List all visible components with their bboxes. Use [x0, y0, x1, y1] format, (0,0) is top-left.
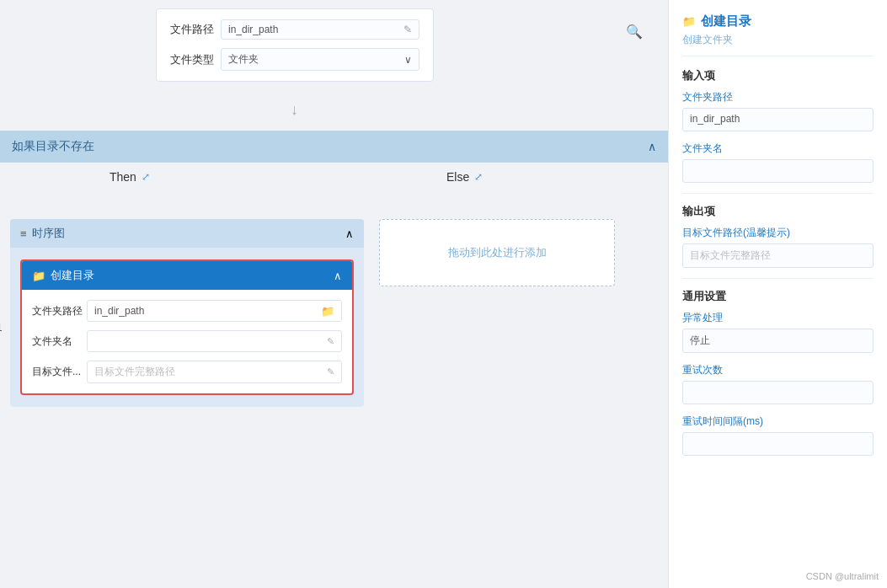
filepath-label: 文件路径 [170, 22, 221, 37]
dir-target-row: 目标文件... 目标文件完整路径 ✎ [32, 361, 342, 383]
retry-count-label: 重试次数 [682, 363, 874, 377]
panel-divider-1 [682, 193, 874, 194]
flow-arrow: ↓ [291, 101, 298, 119]
search-button[interactable]: 🔍 [626, 24, 643, 40]
filetype-value: 文件夹 [228, 52, 259, 67]
create-dir-card: 📁 创建目录 ∧ 文件夹路径 in_dir_path 📁 [20, 259, 354, 395]
exception-value[interactable]: 停止 [682, 329, 874, 353]
filetype-row: 文件类型 文件夹 ∨ [170, 48, 419, 71]
dir-target-label: 目标文件... [32, 365, 87, 379]
else-dropzone[interactable]: 拖动到此处进行添加 [379, 219, 615, 286]
input-field-folder-name: 文件夹名 [682, 142, 874, 183]
dir-target-edit-icon: ✎ [327, 366, 334, 377]
general-section-title: 通用设置 [682, 289, 874, 304]
filepath-edit-icon: ✎ [403, 24, 412, 35]
dir-foldername-label: 文件夹名 [32, 334, 87, 349]
general-field-exception: 异常处理 停止 [682, 311, 874, 353]
output-section-title: 输出项 [682, 204, 874, 219]
right-panel: 📁 创建目录 创建文件夹 输入项 文件夹路径 in_dir_path 文件夹名 … [668, 0, 887, 588]
then-text: Then [110, 170, 136, 184]
input-section: 输入项 文件夹路径 in_dir_path 文件夹名 [682, 68, 874, 183]
create-dir-folder-icon: 📁 [32, 270, 45, 282]
condition-label: 如果目录不存在 [12, 139, 94, 154]
else-expand-icon[interactable]: ⤢ [474, 171, 483, 183]
output-field-target: 目标文件路径(温馨提示) 目标文件完整路径 [682, 226, 874, 268]
input-folder-name-value[interactable] [682, 159, 874, 183]
filetype-select[interactable]: 文件夹 ∨ [221, 48, 419, 71]
input-section-title: 输入项 [682, 68, 874, 83]
general-section: 通用设置 异常处理 停止 重试次数 重试时间间隔(ms) [682, 289, 874, 456]
sequence-header: ≡ 时序图 ∧ [10, 219, 364, 248]
sequence-number: 1 [0, 322, 3, 334]
condition-bar: 如果目录不存在 ∧ [0, 131, 668, 163]
filepath-input[interactable]: in_dir_path ✎ [221, 19, 419, 40]
seq-icon: ≡ [20, 227, 27, 240]
input-field-folder-path: 文件夹路径 in_dir_path [682, 90, 874, 131]
panel-title-row: 📁 创建目录 [682, 13, 874, 29]
dir-foldername-edit-icon: ✎ [327, 336, 334, 347]
sequence-title: 时序图 [32, 226, 65, 241]
dir-filepath-row: 文件夹路径 in_dir_path 📁 [32, 300, 342, 322]
then-branch: Then ⤢ [110, 170, 150, 184]
dir-foldername-input[interactable]: ✎ [87, 330, 342, 352]
create-dir-collapse-icon[interactable]: ∧ [334, 270, 342, 282]
output-target-label: 目标文件路径(温馨提示) [682, 226, 874, 240]
panel-title: 创建目录 [701, 13, 751, 29]
collapse-icon[interactable]: ∧ [648, 140, 656, 153]
exception-label: 异常处理 [682, 311, 874, 325]
chevron-down-icon: ∨ [404, 54, 412, 66]
panel-divider-2 [682, 278, 874, 279]
output-section: 输出项 目标文件路径(温馨提示) 目标文件完整路径 [682, 204, 874, 268]
main-canvas: 文件路径 in_dir_path ✎ 文件类型 文件夹 ∨ 🔍 ↓ 如果目录不存… [0, 0, 668, 588]
top-node-card: 文件路径 in_dir_path ✎ 文件类型 文件夹 ∨ [156, 8, 434, 82]
sequence-block: ≡ 时序图 ∧ 1 📁 创建目录 ∧ 文件夹路 [10, 219, 364, 407]
filepath-value: in_dir_path [228, 24, 278, 35]
create-dir-header: 📁 创建目录 ∧ [22, 261, 352, 290]
sequence-title-area: ≡ 时序图 [20, 226, 65, 241]
panel-subtitle: 创建文件夹 [682, 33, 874, 56]
input-folder-path-value[interactable]: in_dir_path [682, 108, 874, 131]
dir-filepath-label: 文件夹路径 [32, 304, 87, 318]
filepath-row: 文件路径 in_dir_path ✎ [170, 19, 419, 40]
output-target-value[interactable]: 目标文件完整路径 [682, 243, 874, 268]
filetype-label: 文件类型 [170, 52, 221, 67]
general-field-retry-count: 重试次数 [682, 363, 874, 404]
create-dir-title-text: 创建目录 [51, 268, 94, 283]
retry-interval-value[interactable] [682, 432, 874, 456]
dir-filepath-input[interactable]: in_dir_path 📁 [87, 300, 342, 322]
dir-filepath-value: in_dir_path [94, 305, 144, 317]
dir-foldername-row: 文件夹名 ✎ [32, 330, 342, 352]
dir-folder-browse-icon[interactable]: 📁 [321, 305, 334, 318]
create-dir-body: 文件夹路径 in_dir_path 📁 文件夹名 ✎ [22, 290, 352, 393]
input-folder-name-label: 文件夹名 [682, 142, 874, 156]
watermark: CSDN @ultralimit [806, 571, 879, 581]
dir-target-placeholder: 目标文件完整路径 [94, 365, 175, 379]
retry-interval-label: 重试时间间隔(ms) [682, 414, 874, 429]
panel-folder-icon: 📁 [682, 15, 696, 28]
create-dir-title-area: 📁 创建目录 [32, 268, 94, 283]
then-expand-icon[interactable]: ⤢ [142, 171, 150, 183]
dir-target-input[interactable]: 目标文件完整路径 ✎ [87, 361, 342, 383]
else-branch: Else ⤢ [446, 170, 483, 184]
sequence-collapse-icon[interactable]: ∧ [345, 227, 354, 240]
sequence-body: 1 📁 创建目录 ∧ 文件夹路径 in_dir_path [10, 248, 364, 407]
else-dropzone-text: 拖动到此处进行添加 [448, 245, 547, 260]
retry-count-value[interactable] [682, 381, 874, 404]
input-folder-path-label: 文件夹路径 [682, 90, 874, 104]
else-text: Else [446, 170, 469, 184]
general-field-retry-interval: 重试时间间隔(ms) [682, 414, 874, 456]
